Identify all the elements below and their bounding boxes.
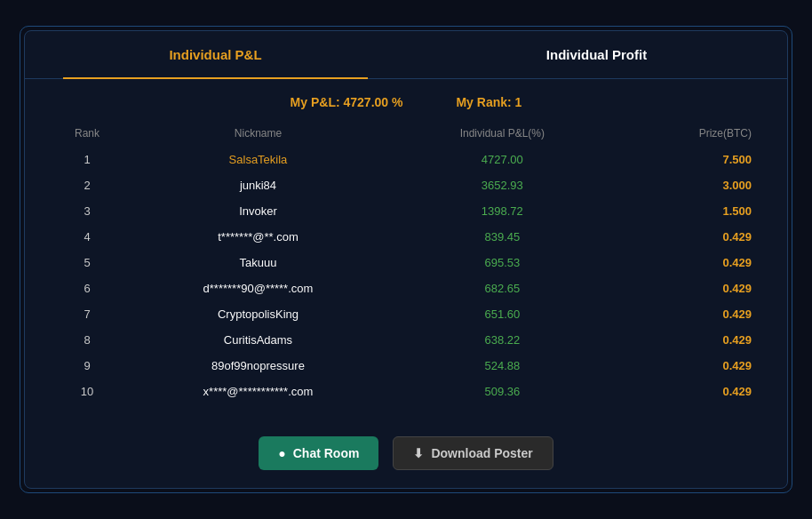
cell-rank: 8 [52, 327, 123, 353]
chat-room-button[interactable]: ● Chat Room [259, 436, 378, 470]
cell-prize: 0.429 [611, 301, 760, 327]
cell-nickname: 89of99nopressure [123, 353, 394, 379]
outer-container: Individual P&L Individual Profit My P&L:… [20, 26, 792, 493]
cell-pl: 839.45 [394, 224, 611, 250]
cell-prize: 0.429 [611, 379, 760, 404]
table-row: 5 Takuuu 695.53 0.429 [52, 250, 760, 275]
cell-nickname: t*******@**.com [123, 224, 394, 250]
cell-pl: 509.36 [394, 379, 611, 404]
download-button-label: Download Poster [431, 446, 532, 460]
cell-rank: 6 [52, 275, 123, 301]
download-poster-button[interactable]: ⬇ Download Poster [393, 436, 553, 470]
cell-pl: 1398.72 [394, 198, 611, 224]
tab-pl-label: Individual P&L [169, 47, 261, 62]
leaderboard-table: Rank Nickname Individual P&L(%) Prize(BT… [52, 120, 760, 404]
table-row: 9 89of99nopressure 524.88 0.429 [52, 353, 760, 379]
cell-prize: 0.429 [611, 327, 760, 353]
table-row: 8 CuritisAdams 638.22 0.429 [52, 327, 760, 353]
cell-pl: 524.88 [394, 353, 611, 379]
col-pl: Individual P&L(%) [394, 120, 611, 147]
download-icon: ⬇ [413, 446, 424, 460]
cell-rank: 10 [52, 379, 123, 404]
table-header-row: Rank Nickname Individual P&L(%) Prize(BT… [52, 120, 760, 147]
main-panel: Individual P&L Individual Profit My P&L:… [24, 30, 788, 489]
cell-pl: 682.65 [394, 275, 611, 301]
cell-rank: 5 [52, 250, 123, 275]
leaderboard-wrapper: Rank Nickname Individual P&L(%) Prize(BT… [25, 120, 787, 422]
cell-prize: 1.500 [611, 198, 760, 224]
tab-bar: Individual P&L Individual Profit [25, 31, 787, 79]
chat-icon: ● [278, 446, 285, 460]
table-row: 2 junki84 3652.93 3.000 [52, 172, 760, 198]
tab-profit-label: Individual Profit [546, 47, 647, 62]
table-row: 10 x****@***********.com 509.36 0.429 [52, 379, 760, 404]
cell-rank: 7 [52, 301, 123, 327]
action-buttons: ● Chat Room ⬇ Download Poster [25, 422, 787, 488]
cell-pl: 4727.00 [394, 147, 611, 172]
cell-pl: 3652.93 [394, 172, 611, 198]
col-rank: Rank [52, 120, 123, 147]
cell-prize: 3.000 [611, 172, 760, 198]
cell-nickname: d*******90@*****.com [123, 275, 394, 301]
chat-button-label: Chat Room [293, 446, 360, 460]
cell-rank: 2 [52, 172, 123, 198]
cell-nickname: junki84 [123, 172, 394, 198]
cell-rank: 1 [52, 147, 123, 172]
cell-nickname: SalsaTekila [123, 147, 394, 172]
cell-pl: 638.22 [394, 327, 611, 353]
cell-nickname: x****@***********.com [123, 379, 394, 404]
cell-pl: 695.53 [394, 250, 611, 275]
tab-individual-pl[interactable]: Individual P&L [25, 31, 406, 78]
cell-prize: 0.429 [611, 353, 760, 379]
table-row: 6 d*******90@*****.com 682.65 0.429 [52, 275, 760, 301]
cell-prize: 0.429 [611, 250, 760, 275]
col-prize: Prize(BTC) [611, 120, 760, 147]
table-row: 3 Invoker 1398.72 1.500 [52, 198, 760, 224]
cell-nickname: CryptopolisKing [123, 301, 394, 327]
table-row: 7 CryptopolisKing 651.60 0.429 [52, 301, 760, 327]
cell-rank: 3 [52, 198, 123, 224]
col-nickname: Nickname [123, 120, 394, 147]
cell-nickname: Invoker [123, 198, 394, 224]
my-pl-stat: My P&L: 4727.00 % [291, 95, 403, 109]
cell-nickname: CuritisAdams [123, 327, 394, 353]
my-rank-stat: My Rank: 1 [456, 95, 521, 109]
stats-row: My P&L: 4727.00 % My Rank: 1 [25, 79, 787, 120]
cell-rank: 4 [52, 224, 123, 250]
tab-individual-profit[interactable]: Individual Profit [406, 31, 787, 78]
cell-nickname: Takuuu [123, 250, 394, 275]
cell-prize: 0.429 [611, 224, 760, 250]
cell-prize: 0.429 [611, 275, 760, 301]
cell-rank: 9 [52, 353, 123, 379]
table-row: 1 SalsaTekila 4727.00 7.500 [52, 147, 760, 172]
table-row: 4 t*******@**.com 839.45 0.429 [52, 224, 760, 250]
cell-prize: 7.500 [611, 147, 760, 172]
cell-pl: 651.60 [394, 301, 611, 327]
